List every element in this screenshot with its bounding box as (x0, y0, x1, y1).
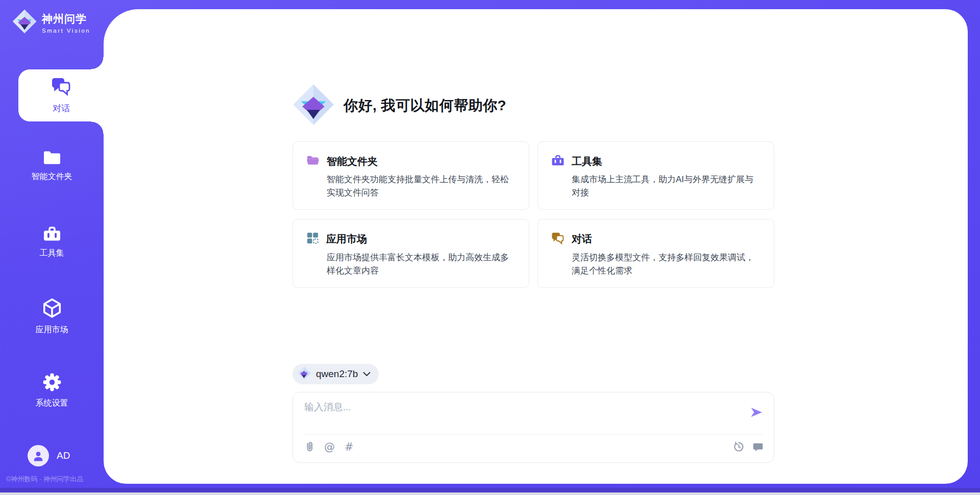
folder-open-icon (306, 154, 320, 168)
model-logo-icon (297, 366, 311, 382)
gear-icon (42, 373, 62, 394)
card-title: 对话 (572, 232, 592, 246)
message-input[interactable] (304, 401, 743, 429)
brand-logo-icon (12, 9, 37, 36)
sidebar-item-label: 应用市场 (36, 326, 68, 334)
feature-cards: 智能文件夹 智能文件夹功能支持批量文件上传与清洗，轻松实现文件问答 (292, 141, 774, 288)
mention-button[interactable]: @ (324, 442, 335, 453)
sidebar: 神州问学 Smart Vision 对话 智能文件夹 (0, 0, 104, 495)
tab-fillet-top (91, 57, 104, 69)
card-app-market[interactable]: 应用市场 应用市场提供丰富长文本模板，助力高效生成多样化文章内容 (292, 219, 529, 288)
paperclip-icon (304, 447, 314, 455)
sidebar-item-chat[interactable]: 对话 (18, 69, 104, 121)
card-description: 智能文件夹功能支持批量文件上传与清洗，轻松实现文件问答 (327, 173, 516, 199)
composer-divider (303, 434, 764, 435)
card-toolset[interactable]: 工具集 集成市场上主流工具，助力AI与外界无缝扩展与对接 (537, 141, 774, 210)
toolbox-icon (43, 225, 61, 244)
app-grid-icon (306, 232, 319, 246)
chevron-down-icon (363, 369, 371, 379)
card-smart-folders[interactable]: 智能文件夹 智能文件夹功能支持批量文件上传与清洗，轻松实现文件问答 (292, 141, 529, 210)
folder-icon (43, 149, 61, 167)
history-icon (733, 447, 745, 454)
cube-icon (42, 298, 62, 320)
chat-bubbles-icon (51, 77, 71, 98)
user-account[interactable]: AD (28, 445, 70, 466)
tab-fillet-bottom (91, 121, 104, 134)
bottom-light-strip (0, 492, 980, 495)
chat-bubbles-icon (551, 232, 565, 246)
greeting-text: 你好, 我可以如何帮助你? (344, 96, 506, 115)
brand-subtitle: Smart Vision (42, 28, 90, 34)
copyright: ©神州数码 · 神州问学出品 (6, 475, 83, 484)
toolbox-icon (551, 154, 565, 168)
sidebar-item-label: 智能文件夹 (32, 172, 72, 181)
sidebar-item-label: 对话 (53, 103, 70, 114)
card-title: 应用市场 (326, 232, 367, 246)
send-button[interactable] (749, 406, 764, 419)
greeting-logo-icon (292, 84, 334, 128)
card-description: 应用市场提供丰富长文本模板，助力高效生成多样化文章内容 (327, 251, 516, 277)
feedback-button[interactable] (752, 441, 764, 453)
brand-name: 神州问学 (42, 12, 90, 26)
sidebar-item-label: 工具集 (40, 249, 64, 257)
model-selector[interactable]: qwen2:7b (292, 364, 379, 384)
history-button[interactable] (733, 441, 745, 453)
user-name: AD (57, 450, 70, 461)
hash-icon: # (345, 441, 354, 453)
avatar (28, 445, 49, 466)
card-chat[interactable]: 对话 灵活切换多模型文件，支持多样回复效果调试，满足个性化需求 (537, 219, 774, 288)
sidebar-item-market[interactable]: 应用市场 (0, 298, 104, 334)
sidebar-item-settings[interactable]: 系统设置 (0, 373, 104, 407)
card-description: 集成市场上主流工具，助力AI与外界无缝扩展与对接 (572, 173, 761, 199)
chat-square-icon (752, 447, 764, 454)
greeting: 你好, 我可以如何帮助你? (292, 84, 506, 128)
message-composer: @ # (292, 392, 774, 463)
at-icon: @ (324, 441, 335, 453)
card-title: 工具集 (572, 155, 602, 168)
card-title: 智能文件夹 (327, 155, 378, 168)
sidebar-item-label: 系统设置 (36, 399, 68, 407)
topic-button[interactable]: # (345, 442, 354, 453)
card-description: 灵活切换多模型文件，支持多样回复效果调试，满足个性化需求 (572, 251, 761, 277)
attachment-button[interactable] (304, 441, 314, 453)
sidebar-item-tools[interactable]: 工具集 (0, 225, 104, 257)
sidebar-item-folders[interactable]: 智能文件夹 (0, 149, 104, 181)
model-name: qwen2:7b (316, 368, 358, 380)
bottom-dark-strip (0, 488, 980, 492)
brand: 神州问学 Smart Vision (12, 9, 90, 36)
